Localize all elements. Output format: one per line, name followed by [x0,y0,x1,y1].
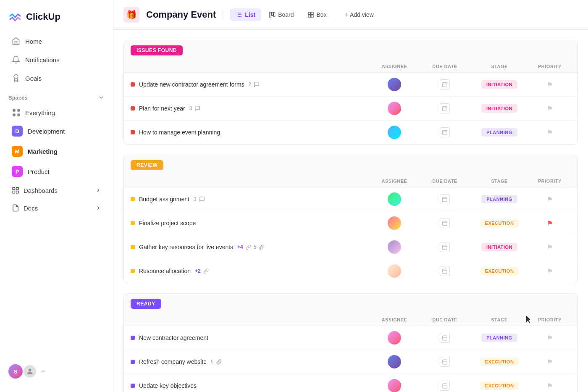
due-date-cell[interactable] [420,79,470,89]
date-picker-icon[interactable] [440,357,450,367]
stage-badge[interactable]: EXECUTION [480,267,519,275]
sidebar-item-notifications[interactable]: Notifications [3,51,110,68]
task-title[interactable]: Resource allocation [139,268,191,274]
user-avatar-photo[interactable] [23,364,37,379]
sidebar-item-dashboards[interactable]: Dashboards [3,182,110,198]
flag-icon[interactable]: ⚑ [547,382,553,390]
calendar-icon [442,359,448,365]
task-title[interactable]: Finalize project scope [139,220,196,226]
ready-badge: READY [131,299,161,309]
date-picker-icon[interactable] [440,127,450,137]
due-date-cell[interactable] [420,218,470,228]
date-picker-icon[interactable] [440,218,450,228]
dashboards-left: Dashboards [12,187,58,194]
date-picker-icon[interactable] [440,79,450,89]
user-menu-chevron-icon[interactable] [40,368,46,374]
sidebar-item-goals[interactable]: Goals [3,70,110,87]
svg-rect-2 [16,187,18,189]
stage-badge[interactable]: INITIATION [481,104,517,113]
date-picker-icon[interactable] [440,266,450,276]
task-meta: 3 [189,105,201,111]
add-view-button[interactable]: + Add view [339,8,380,21]
task-title[interactable]: Refresh company website [139,358,207,365]
sidebar-item-product[interactable]: P Product [3,162,110,181]
stage-badge[interactable]: EXECUTION [480,381,519,390]
svg-rect-31 [443,197,447,202]
due-date-cell[interactable] [420,381,470,391]
task-title[interactable]: Update key objectives [139,382,197,389]
date-picker-icon[interactable] [440,333,450,343]
header-divider [223,10,223,20]
user-avatar-s[interactable]: S [8,364,23,379]
task-title[interactable]: New contractor agreement [139,334,208,341]
svg-rect-12 [270,12,271,17]
due-date-cell[interactable] [420,127,470,137]
col-due-date-review: DUE DATE [420,179,470,184]
stage-cell: EXECUTION [470,358,529,366]
flag-icon[interactable]: ⚑ [547,195,553,203]
due-date-cell[interactable] [420,266,470,276]
svg-rect-23 [443,106,447,111]
task-title[interactable]: Plan for next year [139,105,185,112]
assignee-cell [369,264,420,278]
flag-icon[interactable]: ⚑ [547,358,553,366]
flag-icon[interactable]: ⚑ [547,219,553,227]
stage-badge[interactable]: PLANNING [481,128,517,137]
table-row: Update key objectives EXECUTION ⚑ [124,374,578,392]
task-title[interactable]: Gather key resources for live events [139,244,233,250]
due-date-cell[interactable] [420,333,470,343]
flag-icon[interactable]: ⚑ [547,81,553,89]
due-date-cell[interactable] [420,103,470,113]
stage-cell: PLANNING [470,128,529,137]
sidebar-item-home[interactable]: Home [3,33,110,50]
task-title[interactable]: Update new contractor agreement forms [139,81,244,88]
sidebar-item-development[interactable]: D Development [3,122,110,140]
sidebar-item-marketing[interactable]: M Marketing [3,142,110,160]
avatar [388,379,401,392]
stage-badge[interactable]: INITIATION [481,80,517,89]
sidebar-item-everything[interactable]: Everything [3,105,110,120]
svg-rect-39 [443,245,447,250]
chevron-down-icon[interactable] [98,94,105,101]
task-dot-red [131,82,135,87]
stage-badge[interactable]: PLANNING [481,195,517,203]
stage-badge[interactable]: PLANNING [481,334,517,342]
task-title[interactable]: How to manage event planning [139,129,220,136]
stage-cell: INITIATION [470,80,529,89]
task-name-cell: Finalize project scope [131,220,369,226]
tab-board[interactable]: Board [263,8,299,21]
development-badge: D [12,126,23,137]
table-row: Gather key resources for live events +4 … [124,235,578,259]
stage-badge[interactable]: INITIATION [481,243,517,251]
avatar [388,355,401,368]
task-dot-yellow [131,221,135,225]
due-date-cell[interactable] [420,242,470,252]
date-picker-icon[interactable] [440,194,450,204]
task-title[interactable]: Budget assignment [139,196,189,203]
due-date-cell[interactable] [420,357,470,367]
task-name-cell: Refresh company website 5 [131,358,369,365]
stage-badge[interactable]: EXECUTION [480,358,519,366]
stage-badge[interactable]: EXECUTION [480,219,519,227]
flag-icon[interactable]: ⚑ [547,334,553,342]
task-name-cell: Budget assignment 3 [131,196,369,203]
due-date-cell[interactable] [420,194,470,204]
tab-box[interactable]: Box [302,8,333,21]
col-due-date-issues: DUE DATE [420,64,470,69]
section-issues-header: ISSUES FOUND [124,40,578,61]
flag-icon[interactable]: ⚑ [547,243,553,251]
attachment-icon [259,245,264,250]
section-ready-header: READY [124,294,578,314]
flag-icon[interactable]: ⚑ [547,267,553,275]
col-name [131,64,369,69]
priority-cell: ⚑ [529,81,571,89]
task-dot-yellow [131,269,135,273]
flag-icon[interactable]: ⚑ [547,129,553,137]
tab-list[interactable]: List [230,8,261,21]
flag-icon[interactable]: ⚑ [547,105,553,113]
date-picker-icon[interactable] [440,242,450,252]
date-picker-icon[interactable] [440,103,450,113]
sidebar-item-docs[interactable]: Docs [3,200,110,216]
date-picker-icon[interactable] [440,381,450,391]
calendar-icon [442,220,448,226]
